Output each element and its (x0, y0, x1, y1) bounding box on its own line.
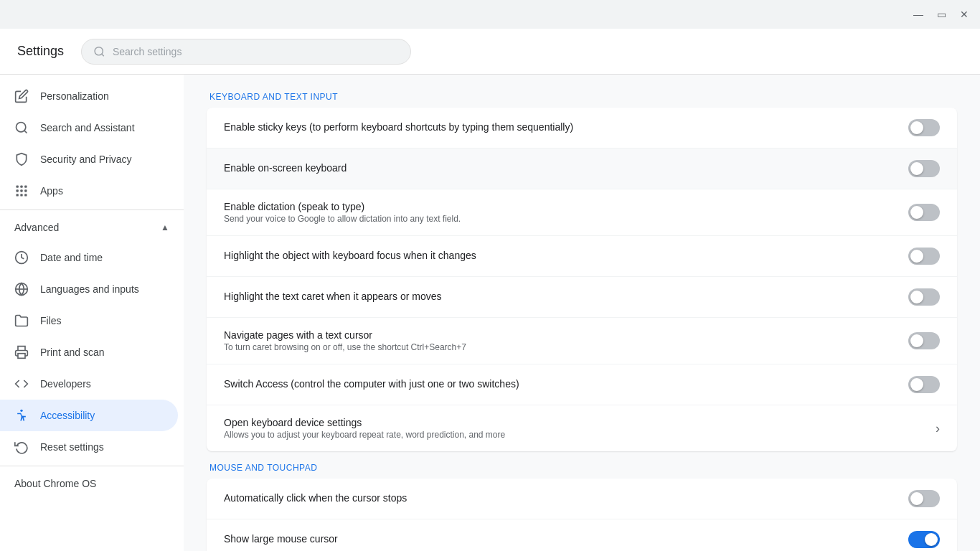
dictation-row: Enable dictation (speak to type) Send yo… (207, 189, 957, 236)
minimize-button[interactable]: — (908, 4, 928, 24)
sticky-keys-text: Enable sticky keys (to perform keyboard … (224, 121, 908, 134)
sidebar-item-reset[interactable]: Reset settings (0, 431, 178, 463)
dictation-slider (908, 204, 940, 221)
search-input[interactable] (113, 46, 399, 57)
sidebar-item-label: Date and time (40, 252, 103, 263)
large-cursor-slider (908, 531, 940, 548)
keyboard-device-settings-text: Open keyboard device settings Allows you… (224, 417, 936, 440)
reset-icon (14, 440, 29, 454)
maximize-button[interactable]: ▭ (931, 4, 951, 24)
highlight-keyboard-focus-slider (908, 248, 940, 265)
dictation-desc: Send your voice to Google to allow dicta… (224, 214, 908, 224)
highlight-text-caret-slider (908, 288, 940, 306)
switch-access-text: Switch Access (control the computer with… (224, 378, 908, 391)
clock-icon (14, 250, 29, 265)
large-cursor-title: Show large mouse cursor (224, 533, 908, 545)
sidebar-item-print-scan[interactable]: Print and scan (0, 336, 178, 368)
sticky-keys-title: Enable sticky keys (to perform keyboard … (224, 121, 908, 133)
sidebar-item-label: Files (40, 315, 62, 326)
sidebar-item-label: Print and scan (40, 347, 105, 358)
svg-rect-4 (17, 186, 19, 188)
svg-point-0 (95, 47, 103, 55)
sidebar-item-personalization[interactable]: Personalization (0, 80, 178, 112)
svg-rect-9 (24, 189, 27, 192)
sidebar: Personalization Search and Assistant Sec… (0, 75, 184, 551)
sticky-keys-toggle[interactable] (908, 119, 940, 136)
highlight-text-caret-toggle[interactable] (908, 288, 940, 306)
large-cursor-row: Show large mouse cursor (207, 519, 957, 551)
svg-rect-5 (20, 186, 22, 188)
svg-rect-12 (24, 194, 27, 196)
large-cursor-toggle[interactable] (908, 531, 940, 548)
auto-click-slider (908, 490, 940, 507)
keyboard-device-settings-title: Open keyboard device settings (224, 417, 936, 428)
sidebar-divider-2 (0, 466, 184, 466)
sidebar-item-security-privacy[interactable]: Security and Privacy (0, 143, 178, 175)
svg-rect-16 (18, 354, 25, 359)
advanced-label: Advanced (14, 222, 59, 233)
sidebar-item-label: Accessibility (40, 410, 95, 421)
highlight-keyboard-focus-title: Highlight the object with keyboard focus… (224, 250, 908, 261)
highlight-text-caret-row: Highlight the text caret when it appears… (207, 277, 957, 318)
svg-rect-11 (20, 194, 22, 196)
highlight-keyboard-focus-toggle[interactable] (908, 248, 940, 265)
search-bar (81, 39, 411, 65)
sidebar-item-developers[interactable]: Developers (0, 368, 178, 400)
sticky-keys-row: Enable sticky keys (to perform keyboard … (207, 108, 957, 149)
svg-line-3 (24, 131, 27, 133)
keyboard-section-label: Keyboard and text input (207, 92, 957, 102)
dictation-text: Enable dictation (speak to type) Send yo… (224, 201, 908, 224)
on-screen-keyboard-slider (908, 160, 940, 177)
header: Settings (0, 29, 980, 75)
navigate-text-cursor-toggle[interactable] (908, 332, 940, 349)
on-screen-keyboard-toggle[interactable] (908, 160, 940, 177)
close-button[interactable]: ✕ (954, 4, 974, 24)
on-screen-keyboard-title: Enable on-screen keyboard (224, 162, 908, 174)
sticky-keys-slider (908, 119, 940, 136)
pencil-icon (14, 89, 29, 103)
svg-rect-10 (17, 194, 19, 196)
svg-rect-7 (17, 189, 19, 192)
about-chrome-link[interactable]: About Chrome OS (0, 469, 184, 498)
shield-icon (14, 152, 29, 166)
switch-access-row: Switch Access (control the computer with… (207, 364, 957, 405)
sidebar-item-label: Security and Privacy (40, 154, 132, 165)
sidebar-item-label: Developers (40, 378, 91, 390)
highlight-text-caret-text: Highlight the text caret when it appears… (224, 291, 908, 303)
auto-click-row: Automatically click when the cursor stop… (207, 479, 957, 519)
sidebar-item-files[interactable]: Files (0, 305, 178, 336)
sidebar-item-label: Apps (40, 185, 63, 197)
chevron-up-icon: ▲ (161, 222, 169, 232)
sidebar-item-label: Languages and inputs (40, 283, 139, 295)
sidebar-divider (0, 209, 184, 210)
switch-access-toggle[interactable] (908, 376, 940, 393)
sidebar-item-date-time[interactable]: Date and time (0, 242, 178, 273)
chevron-right-icon: › (936, 421, 940, 436)
titlebar: — ▭ ✕ (0, 0, 980, 29)
sidebar-item-label: Search and Assistant (40, 122, 135, 133)
navigate-text-cursor-title: Navigate pages with a text cursor (224, 329, 908, 341)
folder-icon (14, 314, 29, 328)
app-title: Settings (17, 44, 64, 59)
advanced-section-header[interactable]: Advanced ▲ (0, 213, 184, 242)
highlight-text-caret-title: Highlight the text caret when it appears… (224, 291, 908, 302)
sidebar-item-search-assistant[interactable]: Search and Assistant (0, 112, 178, 143)
keyboard-settings-card: Enable sticky keys (to perform keyboard … (207, 108, 957, 451)
code-icon (14, 377, 29, 391)
navigate-text-cursor-row: Navigate pages with a text cursor To tur… (207, 318, 957, 364)
keyboard-device-settings-row[interactable]: Open keyboard device settings Allows you… (207, 405, 957, 451)
auto-click-text: Automatically click when the cursor stop… (224, 492, 908, 505)
svg-line-1 (102, 54, 104, 56)
sidebar-item-apps[interactable]: Apps (0, 175, 178, 207)
large-cursor-text: Show large mouse cursor (224, 533, 908, 546)
sidebar-item-languages-inputs[interactable]: Languages and inputs (0, 273, 178, 305)
search-icon (93, 45, 105, 58)
highlight-keyboard-focus-row: Highlight the object with keyboard focus… (207, 236, 957, 277)
dictation-toggle[interactable] (908, 204, 940, 221)
sidebar-item-accessibility[interactable]: Accessibility (0, 400, 178, 431)
auto-click-toggle[interactable] (908, 490, 940, 507)
sidebar-item-label: Reset settings (40, 441, 104, 453)
search-assistant-icon (14, 121, 29, 135)
mouse-settings-card: Automatically click when the cursor stop… (207, 479, 957, 551)
content-area: Personalization Search and Assistant Sec… (0, 75, 980, 551)
